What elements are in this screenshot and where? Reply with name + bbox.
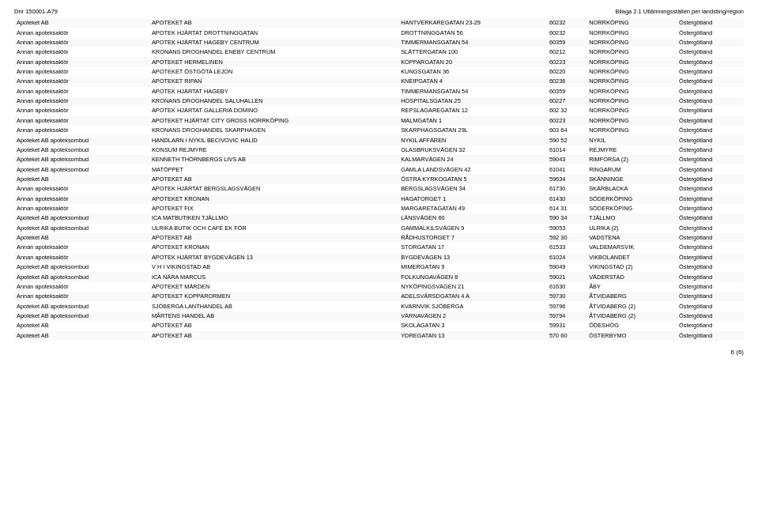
table-cell: NORRKÖPING	[586, 116, 677, 126]
table-cell: 590 34	[547, 213, 586, 223]
table-cell: NORRKÖPING	[586, 67, 677, 77]
table-cell: Annan apoteksaktör	[14, 28, 149, 37]
table-cell: KALMARVÄGEN 24	[398, 155, 547, 164]
table-cell: APOTEKET ÖSTGÖTA LEJON	[149, 67, 398, 77]
table-cell: DROTTNINGGATAN 56	[398, 28, 547, 37]
table-cell: ULRIKA BUTIK OCH CAFÉ EK FÖR	[149, 224, 398, 233]
table-cell: Annan apoteksaktör	[14, 204, 149, 213]
table-cell: BYGDEVÄGEN 13	[398, 253, 547, 262]
table-cell: Östergötland	[677, 145, 744, 155]
table-cell: 60223	[547, 116, 586, 126]
table-cell: REJMYRE	[586, 145, 677, 155]
table-row: Annan apoteksaktörAPOTEKET HJÄRTAT CITY …	[14, 116, 744, 126]
table-row: Apoteket AB apoteksombudMÅRTENS HANDEL A…	[14, 311, 744, 321]
table-cell: 61014	[547, 145, 586, 155]
table-cell: Östergötland	[677, 96, 744, 106]
table-row: Annan apoteksaktörAPOTEKET FIXMARGARETAG…	[14, 204, 744, 213]
table-cell: SKÄRBLACKA	[586, 184, 677, 194]
table-row: Annan apoteksaktörAPOTEK HJÄRTAT HAGEBYT…	[14, 87, 744, 96]
table-cell: APOTEK HJÄRTAT BYGDEVÄGEN 13	[149, 253, 398, 262]
table-cell: KNEIPGATAN 4	[398, 77, 547, 86]
table-cell: 59730	[547, 292, 586, 301]
table-cell: 590 52	[547, 135, 586, 145]
table-row: Annan apoteksaktörAPOTEK HJÄRTAT DROTTNI…	[14, 28, 744, 37]
table-cell: 60212	[547, 47, 586, 57]
table-cell: Östergötland	[677, 292, 744, 301]
table-cell: 60223	[547, 57, 586, 66]
table-cell: Annan apoteksaktör	[14, 292, 149, 301]
table-cell: Östergötland	[677, 18, 744, 28]
table-cell: 60232	[547, 28, 586, 37]
table-cell: Östergötland	[677, 38, 744, 47]
table-cell: KRONANS DROGHANDEL SKARPHAGEN	[149, 126, 398, 135]
table-cell: Annan apoteksaktör	[14, 282, 149, 292]
table-cell: Annan apoteksaktör	[14, 87, 149, 96]
table-cell: Apoteket AB	[14, 233, 149, 243]
table-cell: KONSUM REJMYRE	[149, 145, 398, 155]
table-cell: Östergötland	[677, 311, 744, 321]
table-cell: Östergötland	[677, 164, 744, 174]
table-cell: MÅRTENS HANDEL AB	[149, 311, 398, 321]
table-row: Apoteket AB apoteksombudSJÖBERGA LANTHAN…	[14, 301, 744, 311]
table-row: Annan apoteksaktörAPOTEKET ÖSTGÖTA LEJON…	[14, 67, 744, 77]
table-cell: 61730	[547, 184, 586, 194]
table-row: Annan apoteksaktörAPOTEK HJÄRTAT BERGSLA…	[14, 184, 744, 194]
table-cell: 61533	[547, 243, 586, 252]
table-cell: Apoteket AB apoteksombud	[14, 164, 149, 174]
table-row: Apoteket AB apoteksombudULRIKA BUTIK OCH…	[14, 224, 744, 233]
table-row: Apoteket AB apoteksombudV H I VIKINGSTAD…	[14, 262, 744, 272]
table-cell: APOTEKET AB	[149, 175, 398, 184]
table-cell: APOTEKET HERMELINEN	[149, 57, 398, 66]
table-row: Apoteket ABAPOTEKET ABYDREGATAN 13570 60…	[14, 331, 744, 341]
table-cell: LÄNSVÄGEN 60	[398, 213, 547, 223]
table-cell: APOTEKET AB	[149, 233, 398, 243]
table-cell: VALDEMARSVIK	[586, 243, 677, 252]
table-cell: Östergötland	[677, 213, 744, 223]
page-header: Dnr 150001-A79 Bilaga 2.1 Utlämningsstäl…	[14, 8, 744, 15]
table-cell: ÅTVIDABERG (2)	[586, 301, 677, 311]
table-cell: APOTEKET AB	[149, 321, 398, 330]
table-row: Apoteket AB apoteksombudICA NÄRA MARCUSF…	[14, 272, 744, 281]
table-cell: Annan apoteksaktör	[14, 184, 149, 194]
table-row: Annan apoteksaktörAPOTEKET KRONANHAGATOR…	[14, 194, 744, 203]
table-cell: KRONANS DROGHANDEL SALUHALLEN	[149, 96, 398, 106]
page-title: Bilaga 2.1 Utlämningsställen per landsti…	[615, 8, 744, 15]
table-cell: Östergötland	[677, 67, 744, 77]
table-cell: Annan apoteksaktör	[14, 47, 149, 57]
table-cell: NORRKÖPING	[586, 47, 677, 57]
table-cell: Östergötland	[677, 272, 744, 281]
table-cell: ADELSVÄRSDGATAN 4 A	[398, 292, 547, 301]
table-cell: Apoteket AB apoteksombud	[14, 224, 149, 233]
table-row: Annan apoteksaktörKRONANS DROGHANDEL SAL…	[14, 96, 744, 106]
table-cell: Östergötland	[677, 301, 744, 311]
table-row: Annan apoteksaktörAPOTEKET HERMELINENKOP…	[14, 57, 744, 66]
table-cell: MIMERGATAN 9	[398, 262, 547, 272]
table-cell: APOTEK HJÄRTAT HAGEBY CENTRUM	[149, 38, 398, 47]
table-cell: HANTVERKAREGATAN 23-29	[398, 18, 547, 28]
table-cell: KRONANS DROGHANDEL ENEBY CENTRUM	[149, 47, 398, 57]
table-cell: KUNGSGATAN 36	[398, 67, 547, 77]
table-cell: ICA NÄRA MARCUS	[149, 272, 398, 281]
table-cell: Östergötland	[677, 135, 744, 145]
table-row: Apoteket AB apoteksombudMATÖPPETGAMLA LA…	[14, 164, 744, 174]
table-cell: ÅTVIDABERG	[586, 292, 677, 301]
table-cell: 61630	[547, 282, 586, 292]
table-cell: Östergötland	[677, 126, 744, 135]
table-cell: 59634	[547, 175, 586, 184]
table-cell: GLASBRUKSVÄGEN 32	[398, 145, 547, 155]
table-cell: NORRKÖPING	[586, 126, 677, 135]
table-cell: Annan apoteksaktör	[14, 194, 149, 203]
table-cell: V H I VIKINGSTAD AB	[149, 262, 398, 272]
table-cell: Östergötland	[677, 116, 744, 126]
table-cell: MATÖPPET	[149, 164, 398, 174]
table-cell: NORRKÖPING	[586, 96, 677, 106]
table-cell: 59043	[547, 155, 586, 164]
table-cell: APOTEKET FIX	[149, 204, 398, 213]
table-cell: NORRKÖPING	[586, 28, 677, 37]
table-cell: SÖDERKÖPING	[586, 204, 677, 213]
table-row: Annan apoteksaktörAPOTEKET KRONANSTORGAT…	[14, 243, 744, 252]
table-cell: ÅTVIDABERG (2)	[586, 311, 677, 321]
table-cell: 60220	[547, 67, 586, 77]
table-cell: MARGARETAGATAN 49	[398, 204, 547, 213]
table-cell: VIKBOLANDET	[586, 253, 677, 262]
